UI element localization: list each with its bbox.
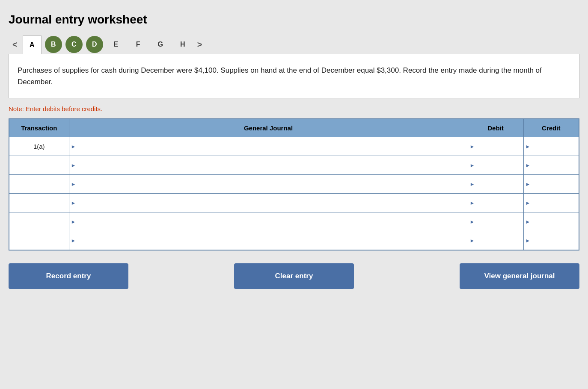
note-text: Note: Enter debits before credits. bbox=[9, 105, 579, 112]
credit-cell-2[interactable]: ► bbox=[523, 156, 579, 175]
cell-arrow-icon: ► bbox=[71, 181, 76, 187]
general-journal-input-6[interactable] bbox=[73, 231, 464, 250]
general-journal-cell-5[interactable]: ► bbox=[69, 212, 468, 231]
general-journal-input-1[interactable] bbox=[73, 137, 464, 156]
credit-cell-1[interactable]: ► bbox=[523, 137, 579, 156]
col-header-transaction: Transaction bbox=[9, 119, 69, 137]
transaction-cell-6 bbox=[9, 231, 69, 250]
general-journal-input-3[interactable] bbox=[73, 175, 464, 193]
table-row: ► ► ► bbox=[9, 175, 579, 194]
record-entry-button[interactable]: Record entry bbox=[9, 263, 128, 289]
cell-arrow-icon: ► bbox=[526, 200, 531, 206]
credit-input-5[interactable] bbox=[527, 212, 576, 231]
debit-input-5[interactable] bbox=[472, 212, 520, 231]
debit-input-3[interactable] bbox=[472, 175, 520, 193]
transaction-cell-1: 1(a) bbox=[9, 137, 69, 156]
page-title: Journal entry worksheet bbox=[9, 13, 579, 27]
main-container: Journal entry worksheet < A B C D E F G … bbox=[9, 13, 579, 289]
cell-arrow-icon: ► bbox=[470, 219, 475, 225]
cell-arrow-icon: ► bbox=[470, 238, 475, 244]
debit-input-2[interactable] bbox=[472, 156, 520, 174]
col-header-debit: Debit bbox=[468, 119, 523, 137]
col-header-credit: Credit bbox=[523, 119, 579, 137]
cell-arrow-icon: ► bbox=[526, 219, 531, 225]
cell-arrow-icon: ► bbox=[526, 162, 531, 168]
description-box: Purchases of supplies for cash during De… bbox=[9, 54, 579, 98]
view-general-journal-button[interactable]: View general journal bbox=[460, 263, 579, 289]
cell-arrow-icon: ► bbox=[71, 219, 76, 225]
general-journal-cell-6[interactable]: ► bbox=[69, 231, 468, 250]
transaction-cell-3 bbox=[9, 175, 69, 194]
button-row: Record entry Clear entry View general jo… bbox=[9, 263, 579, 289]
cell-arrow-icon: ► bbox=[526, 238, 531, 244]
tab-E[interactable]: E bbox=[107, 35, 125, 54]
description-text: Purchases of supplies for cash during De… bbox=[18, 65, 570, 88]
credit-cell-6[interactable]: ► bbox=[523, 231, 579, 250]
credit-cell-4[interactable]: ► bbox=[523, 194, 579, 212]
credit-input-2[interactable] bbox=[527, 156, 576, 174]
table-row: 1(a) ► ► ► bbox=[9, 137, 579, 156]
col-header-general-journal: General Journal bbox=[69, 119, 468, 137]
general-journal-cell-2[interactable]: ► bbox=[69, 156, 468, 175]
cell-arrow-icon: ► bbox=[526, 144, 531, 150]
tab-F[interactable]: F bbox=[129, 35, 148, 54]
credit-input-3[interactable] bbox=[527, 175, 576, 193]
cell-arrow-icon: ► bbox=[470, 200, 475, 206]
table-row: ► ► ► bbox=[9, 231, 579, 250]
tab-C[interactable]: C bbox=[65, 36, 83, 53]
tab-G[interactable]: G bbox=[151, 35, 170, 54]
transaction-cell-4 bbox=[9, 194, 69, 212]
debit-cell-1[interactable]: ► bbox=[468, 137, 523, 156]
tab-D[interactable]: D bbox=[86, 36, 103, 53]
transaction-cell-2 bbox=[9, 156, 69, 175]
credit-input-1[interactable] bbox=[527, 137, 576, 156]
general-journal-input-4[interactable] bbox=[73, 194, 464, 212]
tab-A[interactable]: A bbox=[23, 35, 42, 54]
cell-arrow-icon: ► bbox=[470, 144, 475, 150]
cell-arrow-icon: ► bbox=[71, 144, 76, 150]
transaction-cell-5 bbox=[9, 212, 69, 231]
cell-arrow-icon: ► bbox=[470, 162, 475, 168]
tab-navigation: < A B C D E F G H > bbox=[9, 35, 579, 54]
prev-arrow[interactable]: < bbox=[11, 40, 19, 50]
debit-cell-5[interactable]: ► bbox=[468, 212, 523, 231]
general-journal-cell-4[interactable]: ► bbox=[69, 194, 468, 212]
debit-cell-2[interactable]: ► bbox=[468, 156, 523, 175]
credit-cell-3[interactable]: ► bbox=[523, 175, 579, 194]
clear-entry-button[interactable]: Clear entry bbox=[234, 263, 354, 289]
debit-input-1[interactable] bbox=[472, 137, 520, 156]
table-row: ► ► ► bbox=[9, 194, 579, 212]
credit-input-4[interactable] bbox=[527, 194, 576, 212]
table-row: ► ► ► bbox=[9, 212, 579, 231]
credit-input-6[interactable] bbox=[527, 231, 576, 250]
tab-H[interactable]: H bbox=[173, 35, 192, 54]
debit-cell-6[interactable]: ► bbox=[468, 231, 523, 250]
cell-arrow-icon: ► bbox=[470, 181, 475, 187]
cell-arrow-icon: ► bbox=[71, 162, 76, 168]
debit-cell-4[interactable]: ► bbox=[468, 194, 523, 212]
cell-arrow-icon: ► bbox=[71, 200, 76, 206]
next-arrow[interactable]: > bbox=[196, 40, 204, 50]
journal-table: Transaction General Journal Debit Credit… bbox=[9, 118, 579, 250]
cell-arrow-icon: ► bbox=[71, 238, 76, 244]
general-journal-cell-1[interactable]: ► bbox=[69, 137, 468, 156]
cell-arrow-icon: ► bbox=[526, 181, 531, 187]
table-row: ► ► ► bbox=[9, 156, 579, 175]
general-journal-cell-3[interactable]: ► bbox=[69, 175, 468, 194]
debit-cell-3[interactable]: ► bbox=[468, 175, 523, 194]
tab-B[interactable]: B bbox=[45, 36, 62, 53]
general-journal-input-5[interactable] bbox=[73, 212, 464, 231]
general-journal-input-2[interactable] bbox=[73, 156, 464, 174]
debit-input-4[interactable] bbox=[472, 194, 520, 212]
debit-input-6[interactable] bbox=[472, 231, 520, 250]
credit-cell-5[interactable]: ► bbox=[523, 212, 579, 231]
